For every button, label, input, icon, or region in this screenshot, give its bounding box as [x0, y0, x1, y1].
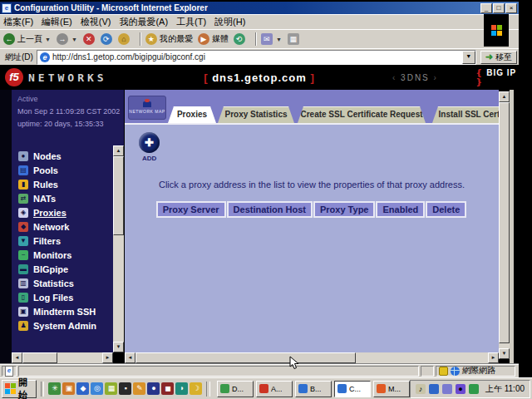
filters-icon: ▼ [18, 236, 28, 246]
tab-install-ssl-certif[interactable]: Install SSL Certif [432, 106, 499, 123]
quicklaunch-icon-3[interactable]: ◆ [76, 382, 89, 395]
main-hscrollbar[interactable]: ◄ ► [125, 352, 499, 363]
taskbar-divider-2 [206, 382, 209, 397]
add-button-label: ADD [142, 155, 156, 162]
quicklaunch-icon-7[interactable]: ✎ [133, 382, 145, 395]
taskbar-window-button-2[interactable]: A... [256, 381, 293, 397]
refresh-button[interactable]: ⟳ [101, 33, 115, 45]
menu-help[interactable]: 說明(H) [214, 16, 245, 28]
sidebar-item-filters[interactable]: ▼Filters [18, 236, 96, 246]
quicklaunch-icon-9[interactable]: ◼ [161, 382, 174, 395]
quicklaunch-icon-5[interactable]: ▦ [105, 382, 117, 395]
column-header-enabled[interactable]: Enabled [376, 201, 425, 218]
maximize-button[interactable]: □ [493, 3, 505, 13]
taskbar-window-button-4[interactable]: C... [334, 381, 371, 397]
main-hscroll-thumb[interactable] [135, 352, 356, 363]
sidebar-item-mindterm-ssh[interactable]: ▣Mindterm SSH [18, 307, 96, 317]
sidebar-hscroll-thumb[interactable] [22, 352, 57, 363]
favorites-button[interactable]: ★ 我的最愛 [145, 33, 195, 45]
sidebar-item-nodes[interactable]: ●Nodes [18, 151, 96, 161]
quicklaunch-icon-11[interactable]: ☽ [190, 382, 202, 395]
address-dropdown-icon[interactable]: ▼ [462, 51, 475, 64]
display-icon[interactable] [442, 384, 452, 394]
title-bar: e Configuration Utility - Microsoft Inte… [0, 2, 519, 14]
column-header-proxy-type[interactable]: Proxy Type [313, 201, 376, 218]
column-header-delete[interactable]: Delete [426, 201, 466, 218]
network-map-button[interactable]: NETWORK MAP [128, 96, 166, 120]
close-button[interactable]: × [505, 3, 517, 13]
taskbar-window-button-3[interactable]: B... [295, 381, 332, 397]
add-button[interactable]: ✚ [139, 132, 160, 153]
start-button[interactable]: 開始 [2, 380, 37, 398]
menu-view[interactable]: 檢視(V) [81, 16, 111, 28]
network-icon[interactable] [469, 384, 479, 394]
quicklaunch-icon-8[interactable]: ● [147, 382, 160, 395]
hostname-wrap: dns1.getop.com [0, 70, 519, 85]
minimize-button[interactable]: _ [480, 3, 492, 13]
menu-file[interactable]: 檔案(F) [3, 16, 33, 28]
forward-button[interactable]: → ▼ [57, 33, 80, 45]
column-header-proxy-server[interactable]: Proxy Server [156, 201, 226, 218]
ime-icon[interactable] [429, 384, 439, 394]
menu-bar-items: 檔案(F)編輯(E)檢視(V)我的最愛(A)工具(T)說明(H) [3, 16, 254, 28]
scroll-left-icon[interactable]: ◄ [12, 352, 22, 363]
task-buttons: D...A...B...C...M... [217, 381, 410, 397]
main-scroll-down-icon[interactable]: ▼ [499, 348, 510, 359]
column-header-destination-host[interactable]: Destination Host [227, 201, 313, 218]
back-button[interactable]: ← 上一頁 ▼ [3, 33, 53, 45]
sidebar-hscrollbar[interactable]: ◄ ► [12, 352, 113, 363]
sidebar-item-proxies[interactable]: ◈Proxies [18, 208, 96, 218]
main-vscrollbar[interactable]: ▲ ▼ [499, 91, 510, 359]
back-dropdown-icon[interactable]: ▼ [45, 37, 51, 42]
quicklaunch-icon-4[interactable]: ◎ [91, 382, 103, 395]
scroll-down-icon[interactable]: ▼ [113, 342, 124, 352]
sidebar-item-log-files[interactable]: ▯Log Files [18, 293, 96, 303]
quicklaunch-icon-10[interactable]: ◗ [175, 382, 188, 395]
home-button[interactable]: ⌂ [118, 33, 132, 45]
scroll-right-icon[interactable]: ► [102, 352, 113, 363]
tab-create-ssl-certificate-request[interactable]: Create SSL Certificate Request [298, 106, 426, 123]
stop-button[interactable]: ✕ [83, 33, 97, 45]
system-tray: ♪● 上午 11:00 [410, 380, 530, 398]
history-button[interactable]: ⟲ [234, 33, 248, 45]
mail-dropdown-icon[interactable]: ▼ [276, 37, 282, 42]
sidebar-item-nats[interactable]: ⇄NATs [18, 194, 96, 204]
main-scroll-left-icon[interactable]: ◄ [125, 352, 135, 363]
main-vscroll-thumb[interactable] [499, 102, 510, 343]
volume-icon[interactable]: ♪ [416, 384, 426, 394]
media-button[interactable]: ▶ 媒體 [198, 33, 230, 45]
scroll-up-icon[interactable]: ▲ [113, 145, 124, 156]
mail-button[interactable]: ✉ ▼ [261, 33, 284, 45]
banner-link-bigip[interactable]: BIG IP [475, 68, 519, 86]
sidebar-item-system-admin[interactable]: ♟System Admin [18, 321, 96, 331]
main-scroll-right-icon[interactable]: ► [488, 352, 499, 363]
tab-proxies[interactable]: Proxies [168, 106, 216, 123]
address-input[interactable] [52, 52, 462, 62]
taskbar-window-button-5[interactable]: M... [373, 381, 410, 397]
sidebar-item-network[interactable]: ◆Network [18, 222, 96, 232]
sidebar-item-monitors[interactable]: ~Monitors [18, 250, 96, 260]
forward-dropdown-icon[interactable]: ▼ [71, 37, 77, 42]
taskbar-window-label: B... [310, 385, 322, 393]
sidebar-vscrollbar[interactable]: ▲ ▼ [113, 145, 124, 352]
go-button[interactable]: ➜ 移至 [480, 51, 517, 64]
main-scroll-up-icon[interactable]: ▲ [499, 91, 510, 102]
app-icon[interactable]: ● [456, 384, 466, 394]
menu-tools[interactable]: 工具(T) [176, 16, 206, 28]
print-button[interactable]: ▦ [288, 33, 302, 45]
sidebar-item-pools[interactable]: ▤Pools [18, 165, 96, 175]
quick-launch: ✳▣◆◎▦▪✎●◼◗☽ [48, 382, 202, 395]
sidebar-vscroll-thumb[interactable] [113, 156, 124, 235]
quicklaunch-icon-2[interactable]: ▣ [62, 382, 75, 395]
sidebar-item-bigpipe[interactable]: ▬BIGpipe [18, 264, 96, 274]
quicklaunch-icon-1[interactable]: ✳ [48, 382, 61, 395]
status-uptime: uptime: 20 days, 15:35:33 [17, 118, 120, 131]
tab-proxy-statistics[interactable]: Proxy Statistics [218, 106, 294, 123]
menu-edit[interactable]: 編輯(E) [42, 16, 72, 28]
banner-link-3dns[interactable]: 3DNS [392, 73, 438, 82]
taskbar-window-button-1[interactable]: D... [217, 381, 254, 397]
quicklaunch-icon-6[interactable]: ▪ [119, 382, 131, 395]
menu-favorites[interactable]: 我的最愛(A) [119, 16, 168, 28]
sidebar-item-rules[interactable]: ▮Rules [18, 180, 96, 190]
sidebar-item-statistics[interactable]: ▥Statistics [18, 278, 96, 288]
